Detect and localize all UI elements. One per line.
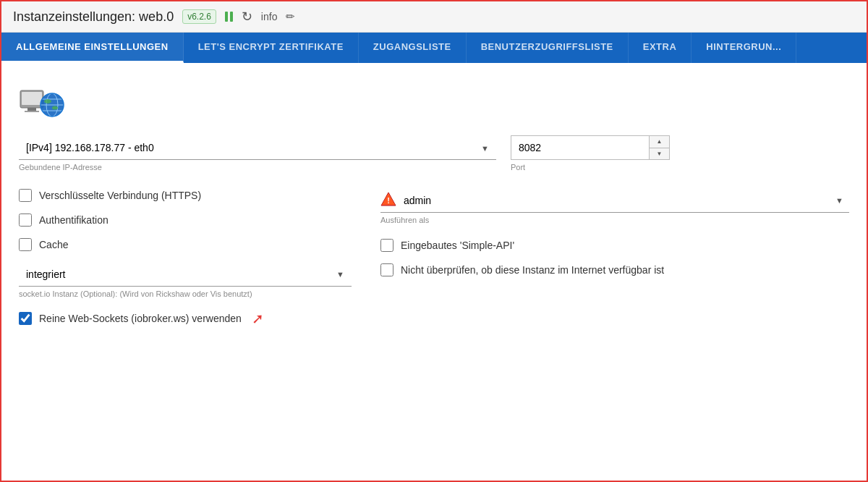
auth-checkbox[interactable] — [19, 213, 32, 227]
cache-label: Cache — [39, 239, 68, 250]
svg-point-11 — [52, 106, 58, 110]
nav-tabs: ALLGEMEINE EINSTELLUNGEN LET'S ENCRYPT Z… — [1, 33, 867, 63]
port-group: ▲ ▼ Port — [511, 135, 670, 172]
https-checkbox[interactable] — [19, 189, 32, 202]
globe-icon — [19, 77, 65, 124]
socket-group: integriert socket.io Instanz (Optional):… — [19, 263, 352, 298]
websockets-label: Reine Web-Sockets (iobroker.ws) verwende… — [39, 313, 242, 324]
pause-button[interactable] — [225, 12, 233, 22]
tab-extra[interactable]: EXTRA — [629, 33, 692, 63]
warning-icon: ! — [380, 192, 396, 210]
refresh-button[interactable]: ↻ — [242, 9, 252, 25]
run-as-label: Ausführen als — [380, 216, 849, 224]
port-input-wrapper: ▲ ▼ — [511, 135, 670, 160]
tab-hintergrund[interactable]: HINTERGRUN... — [692, 33, 796, 63]
cache-checkbox-item: Cache — [19, 238, 352, 251]
simple-api-label: Eingebautes 'Simple-API' — [401, 240, 514, 251]
run-as-select[interactable]: admin — [401, 189, 849, 212]
ip-port-row: [IPv4] 192.168.178.77 - eth0 Gebundene I… — [19, 135, 849, 172]
run-as-select-wrapper: ! admin — [380, 189, 849, 213]
main-content: [IPv4] 192.168.178.77 - eth0 Gebundene I… — [1, 63, 867, 353]
https-label: Verschlüsselte Verbindung (HTTPS) — [39, 190, 201, 201]
port-label: Port — [511, 163, 670, 172]
pause-bar-right — [230, 12, 233, 22]
port-decrement-button[interactable]: ▼ — [650, 148, 669, 160]
page-title: Instanzeinstellungen: web.0 — [13, 9, 174, 25]
socket-select-wrapper: integriert — [19, 263, 352, 287]
instance-icon-area — [19, 77, 849, 124]
svg-text:!: ! — [387, 196, 390, 205]
auth-checkbox-item: Authentifikation — [19, 213, 352, 227]
simple-api-checkbox-item: Eingebautes 'Simple-API' — [380, 239, 849, 252]
info-label: info — [261, 11, 278, 22]
tab-allgemeine[interactable]: ALLGEMEINE EINSTELLUNGEN — [1, 33, 184, 63]
ip-select-group: [IPv4] 192.168.178.77 - eth0 Gebundene I… — [19, 136, 496, 172]
tab-encrypt[interactable]: LET'S ENCRYPT ZERTIFIKATE — [184, 33, 359, 63]
col-right: ! admin Ausführen als Eingebautes 'Simpl… — [380, 189, 849, 339]
websockets-annotation: ➚ — [252, 310, 264, 327]
ip-select[interactable]: [IPv4] 192.168.178.77 - eth0 — [19, 136, 496, 160]
run-as-group: ! admin Ausführen als — [380, 189, 849, 224]
port-spinners: ▲ ▼ — [649, 136, 669, 159]
two-col-layout: Verschlüsselte Verbindung (HTTPS) Authen… — [19, 189, 849, 339]
tab-benutzerzugriffsliste[interactable]: BENUTZERZUGRIFFSLISTE — [467, 33, 629, 63]
col-left: Verschlüsselte Verbindung (HTTPS) Authen… — [19, 189, 352, 339]
simple-api-checkbox[interactable] — [380, 239, 393, 252]
svg-rect-3 — [25, 111, 39, 112]
no-check-checkbox-item: Nicht überprüfen, ob diese Instanz im In… — [380, 263, 849, 276]
no-check-label: Nicht überprüfen, ob diese Instanz im In… — [401, 264, 664, 276]
auth-label: Authentifikation — [39, 214, 109, 226]
version-badge: v6.2.6 — [182, 9, 216, 24]
ip-select-wrapper: [IPv4] 192.168.178.77 - eth0 — [19, 136, 496, 160]
socket-hint: socket.io Instanz (Optional): (Wird von … — [19, 289, 352, 298]
port-increment-button[interactable]: ▲ — [650, 136, 669, 148]
header: Instanzeinstellungen: web.0 v6.2.6 ↻ inf… — [1, 1, 867, 33]
socket-select[interactable]: integriert — [19, 263, 352, 286]
pause-bar-left — [225, 12, 228, 22]
no-check-checkbox[interactable] — [380, 263, 393, 276]
websockets-checkbox[interactable] — [19, 312, 32, 325]
edit-icon[interactable]: ✏ — [286, 10, 295, 23]
cache-checkbox[interactable] — [19, 238, 32, 251]
svg-rect-1 — [22, 92, 42, 105]
svg-rect-2 — [27, 108, 36, 111]
ip-label: Gebundene IP-Adresse — [19, 163, 496, 172]
websockets-checkbox-item: Reine Web-Sockets (iobroker.ws) verwende… — [19, 310, 352, 327]
port-input[interactable] — [511, 136, 669, 159]
https-checkbox-item: Verschlüsselte Verbindung (HTTPS) — [19, 189, 352, 202]
svg-point-10 — [44, 99, 51, 103]
tab-zugangsliste[interactable]: ZUGANGSLISTE — [359, 33, 467, 63]
